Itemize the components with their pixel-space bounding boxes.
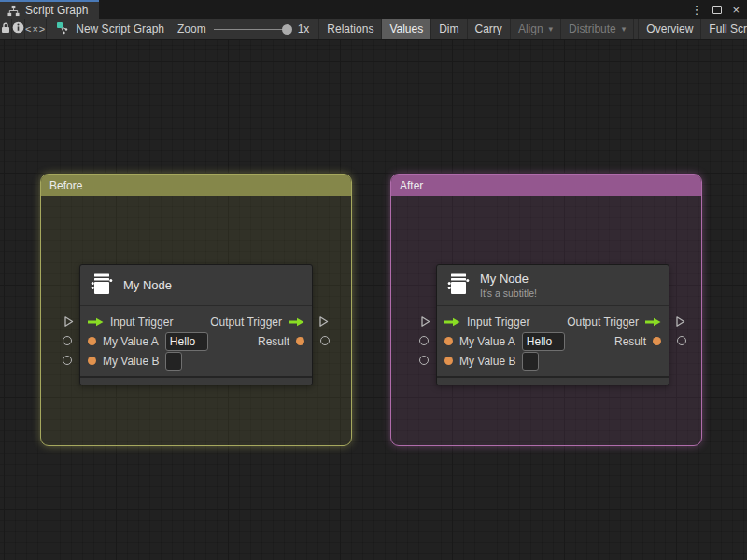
tab-bar: Script Graph ⋮ × [0,0,747,19]
input-trigger-label: Input Trigger [110,315,173,329]
close-icon[interactable]: × [732,4,740,16]
node-title: My Node [123,278,172,292]
unit-icon [446,272,471,300]
value-port-icon[interactable] [88,337,96,345]
overview-button[interactable]: Overview [639,19,701,39]
group-title: Before [49,179,82,192]
graph-canvas[interactable]: Before After [0,40,747,560]
zoom-value: 1x [298,22,310,35]
node-header[interactable]: My Node [80,265,312,306]
flow-arrow-icon[interactable] [289,317,304,327]
group-after-header[interactable]: After [391,175,701,196]
value-a-label: My Value A [459,335,515,348]
node-footer [437,376,669,385]
value-a-input[interactable] [522,332,565,351]
unit-node[interactable]: My Node It's a subtitle! Input Trigger O… [436,264,669,385]
flow-arrow-icon[interactable] [88,317,104,327]
value-input-port-icon[interactable] [63,356,72,365]
zoom-control: Zoom 1x [177,19,318,39]
result-label: Result [258,335,289,348]
node-title: My Node [480,272,537,286]
value-input-port-icon[interactable] [419,336,429,345]
node-footer [80,376,312,385]
maximize-icon[interactable] [712,6,722,14]
value-b-label: My Value B [103,355,159,368]
value-port-icon[interactable] [88,357,96,365]
group-before-header[interactable]: Before [41,175,351,196]
graph-name-button[interactable]: New Script Graph [47,19,177,39]
script-graph-icon [56,21,69,37]
code-view-button[interactable]: <×> [25,19,47,39]
zoom-label: Zoom [177,22,206,35]
zoom-slider[interactable] [214,19,290,40]
value-port-icon[interactable] [653,337,661,345]
more-icon[interactable]: ⋮ [690,4,702,16]
flow-output-port-icon[interactable] [674,315,686,327]
node-body: Input Trigger Output Trigger My Value A … [80,306,312,376]
output-trigger-label: Output Trigger [210,315,282,329]
value-b-input[interactable] [165,352,182,371]
node-header[interactable]: My Node It's a subtitle! [437,265,669,306]
window-controls: ⋮ × [690,0,747,19]
tab-script-graph[interactable]: Script Graph [0,0,99,19]
full-screen-button[interactable]: Full Screen [701,19,747,39]
value-port-icon[interactable] [296,337,304,345]
output-trigger-label: Output Trigger [567,315,639,329]
node-subtitle: It's a subtitle! [480,287,537,299]
trigger-row: Input Trigger Output Trigger [80,312,312,331]
zoom-slider-track [214,29,290,30]
value-a-row: My Value A Result [437,331,669,351]
value-input-port-icon[interactable] [63,336,72,345]
value-a-label: My Value A [103,335,159,348]
graph-name-label: New Script Graph [76,22,164,35]
node-after: My Node It's a subtitle! Input Trigger O… [436,264,669,385]
relations-button[interactable]: Relations [319,19,382,39]
script-graph-tab-icon [7,5,20,17]
input-trigger-label: Input Trigger [467,315,529,329]
flow-input-port-icon[interactable] [419,315,431,327]
value-port-icon[interactable] [444,357,453,365]
group-title: After [400,179,423,192]
distribute-dropdown[interactable]: Distribute ▾ [561,19,634,39]
chevron-down-icon: ▾ [622,24,627,34]
node-body: Input Trigger Output Trigger My Value A … [437,306,669,376]
lock-icon [0,21,11,37]
value-output-port-icon[interactable] [320,336,330,345]
value-b-row: My Value B [80,351,312,371]
chevron-down-icon: ▾ [549,24,554,34]
flow-arrow-icon[interactable] [444,317,460,327]
value-b-label: My Value B [459,355,515,368]
lock-button[interactable] [0,19,12,39]
info-icon [12,21,24,36]
unit-icon [90,272,114,300]
value-b-row: My Value B [437,351,669,371]
node-before: My Node Input Trigger Output Trigger [79,264,313,385]
script-graph-window: Script Graph ⋮ × [0,0,747,560]
carry-button[interactable]: Carry [468,19,511,39]
flow-output-port-icon[interactable] [317,315,330,327]
flow-input-port-icon[interactable] [63,315,75,327]
trigger-row: Input Trigger Output Trigger [437,312,669,331]
value-port-icon[interactable] [444,337,453,345]
value-input-port-icon[interactable] [419,356,429,365]
toolbar-toggles: Relations Values Dim Carry Align ▾ Distr… [318,19,747,39]
code-icon: <×> [25,23,46,35]
value-a-input[interactable] [165,332,208,351]
flow-arrow-icon[interactable] [645,317,661,327]
graph-toolbar: <×> New Script Graph Zoom 1x [0,19,747,40]
value-a-row: My Value A Result [80,331,312,351]
info-button[interactable] [12,19,25,39]
value-b-input[interactable] [522,352,539,371]
align-dropdown[interactable]: Align ▾ [511,19,561,39]
dim-button[interactable]: Dim [431,19,467,39]
result-label: Result [614,335,646,348]
values-button[interactable]: Values [382,19,431,39]
tab-title: Script Graph [25,4,88,17]
unit-node[interactable]: My Node Input Trigger Output Trigger [79,264,313,385]
value-output-port-icon[interactable] [677,336,686,345]
zoom-slider-handle[interactable] [282,24,292,35]
